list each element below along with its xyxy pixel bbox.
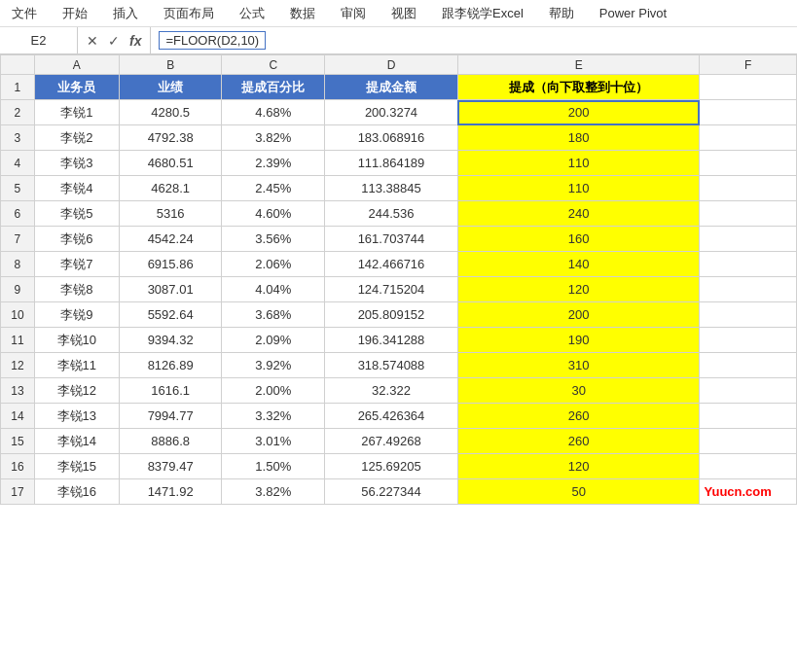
row-num[interactable]: 6 — [1, 201, 35, 227]
cell-d[interactable]: 200.3274 — [325, 100, 458, 125]
cell-d[interactable]: 125.69205 — [325, 454, 458, 479]
cell-d[interactable]: 161.703744 — [325, 227, 458, 252]
cell-b[interactable]: 5316 — [119, 201, 222, 227]
cell-d[interactable]: 32.322 — [325, 378, 458, 404]
row-num[interactable]: 10 — [1, 302, 35, 328]
cell-e[interactable]: 180 — [457, 125, 700, 151]
cell-c[interactable]: 3.92% — [222, 353, 325, 378]
cell-a[interactable]: 李锐5 — [34, 201, 119, 227]
cell-a[interactable]: 李锐14 — [34, 429, 119, 454]
cell-b[interactable]: 8126.89 — [119, 353, 222, 378]
header-a[interactable]: 业务员 — [34, 75, 119, 100]
confirm-icon[interactable]: ✓ — [105, 33, 123, 49]
cell-e[interactable]: 140 — [457, 252, 700, 277]
cell-b[interactable]: 6915.86 — [119, 252, 222, 277]
cell-c[interactable]: 4.60% — [222, 201, 325, 227]
row-num-1[interactable]: 1 — [1, 75, 35, 100]
menu-item-lirui[interactable]: 跟李锐学Excel — [438, 3, 527, 24]
cell-e[interactable]: 110 — [457, 176, 700, 201]
cell-a[interactable]: 李锐1 — [34, 100, 119, 125]
cell-c[interactable]: 3.01% — [222, 429, 325, 454]
cell-b[interactable]: 4542.24 — [119, 227, 222, 252]
row-num[interactable]: 15 — [1, 429, 35, 454]
cell-a[interactable]: 李锐15 — [34, 454, 119, 479]
cell-d[interactable]: 111.864189 — [325, 151, 458, 176]
cell-d[interactable]: 113.38845 — [325, 176, 458, 201]
cell-e[interactable]: 260 — [457, 404, 700, 429]
cell-a[interactable]: 李锐9 — [34, 302, 119, 328]
cell-e[interactable]: 50 — [457, 479, 700, 505]
row-num[interactable]: 13 — [1, 378, 35, 404]
cell-reference-box[interactable]: E2 — [0, 27, 78, 54]
col-header-f[interactable]: F — [700, 55, 797, 75]
cell-c[interactable]: 2.09% — [222, 328, 325, 353]
cell-c[interactable]: 4.04% — [222, 277, 325, 302]
cell-b[interactable]: 8886.8 — [119, 429, 222, 454]
cell-c[interactable]: 3.82% — [222, 479, 325, 505]
col-header-c[interactable]: C — [222, 55, 325, 75]
cell-a[interactable]: 李锐12 — [34, 378, 119, 404]
cell-e[interactable]: 240 — [457, 201, 700, 227]
header-d[interactable]: 提成金额 — [325, 75, 458, 100]
menu-item-formula[interactable]: 公式 — [235, 3, 269, 24]
col-header-a[interactable]: A — [34, 55, 119, 75]
row-num[interactable]: 17 — [1, 479, 35, 505]
cell-c[interactable]: 3.82% — [222, 125, 325, 151]
cell-d[interactable]: 56.227344 — [325, 479, 458, 505]
cell-a[interactable]: 李锐2 — [34, 125, 119, 151]
cell-b[interactable]: 1616.1 — [119, 378, 222, 404]
row-num[interactable]: 14 — [1, 404, 35, 429]
menu-item-pagelayout[interactable]: 页面布局 — [160, 3, 218, 24]
cell-d[interactable]: 265.426364 — [325, 404, 458, 429]
cell-d[interactable]: 142.466716 — [325, 252, 458, 277]
cell-e[interactable]: 30 — [457, 378, 700, 404]
cell-b[interactable]: 3087.01 — [119, 277, 222, 302]
cell-a[interactable]: 李锐16 — [34, 479, 119, 505]
cell-d[interactable]: 205.809152 — [325, 302, 458, 328]
cell-e[interactable]: 120 — [457, 277, 700, 302]
cell-e[interactable]: 190 — [457, 328, 700, 353]
cell-c[interactable]: 2.39% — [222, 151, 325, 176]
cell-e[interactable]: 200 — [457, 302, 700, 328]
menu-item-home[interactable]: 开始 — [58, 3, 91, 24]
cell-b[interactable]: 7994.77 — [119, 404, 222, 429]
cell-e[interactable]: 200 — [457, 100, 700, 125]
row-num[interactable]: 4 — [1, 151, 35, 176]
cell-d[interactable]: 196.341288 — [325, 328, 458, 353]
menu-item-file[interactable]: 文件 — [8, 3, 41, 24]
cell-b[interactable]: 9394.32 — [119, 328, 222, 353]
cell-a[interactable]: 李锐3 — [34, 151, 119, 176]
menu-item-data[interactable]: 数据 — [286, 3, 319, 24]
cell-c[interactable]: 2.45% — [222, 176, 325, 201]
cell-c[interactable]: 1.50% — [222, 454, 325, 479]
cell-a[interactable]: 李锐13 — [34, 404, 119, 429]
header-b[interactable]: 业绩 — [119, 75, 222, 100]
cancel-icon[interactable]: ✕ — [84, 33, 101, 49]
row-num[interactable]: 9 — [1, 277, 35, 302]
cell-c[interactable]: 2.06% — [222, 252, 325, 277]
header-e[interactable]: 提成（向下取整到十位） — [457, 75, 700, 100]
cell-b[interactable]: 4628.1 — [119, 176, 222, 201]
cell-b[interactable]: 4680.51 — [119, 151, 222, 176]
cell-a[interactable]: 李锐11 — [34, 353, 119, 378]
row-num[interactable]: 2 — [1, 100, 35, 125]
col-header-e[interactable]: E — [457, 55, 700, 75]
menu-item-view[interactable]: 视图 — [387, 3, 420, 24]
cell-d[interactable]: 318.574088 — [325, 353, 458, 378]
cell-b[interactable]: 4792.38 — [119, 125, 222, 151]
cell-d[interactable]: 267.49268 — [325, 429, 458, 454]
cell-b[interactable]: 1471.92 — [119, 479, 222, 505]
cell-c[interactable]: 3.32% — [222, 404, 325, 429]
row-num[interactable]: 11 — [1, 328, 35, 353]
col-header-b[interactable]: B — [119, 55, 222, 75]
cell-a[interactable]: 李锐10 — [34, 328, 119, 353]
cell-b[interactable]: 8379.47 — [119, 454, 222, 479]
cell-d[interactable]: 244.536 — [325, 201, 458, 227]
cell-a[interactable]: 李锐6 — [34, 227, 119, 252]
fx-icon[interactable]: fx — [127, 33, 144, 49]
cell-e[interactable]: 110 — [457, 151, 700, 176]
cell-a[interactable]: 李锐4 — [34, 176, 119, 201]
row-num[interactable]: 7 — [1, 227, 35, 252]
cell-c[interactable]: 4.68% — [222, 100, 325, 125]
cell-a[interactable]: 李锐7 — [34, 252, 119, 277]
